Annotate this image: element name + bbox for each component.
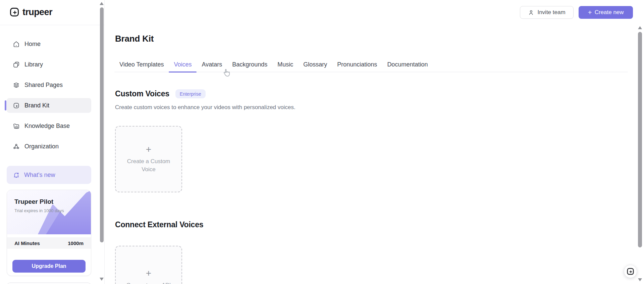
sidebar-item-home[interactable]: Home — [7, 37, 91, 51]
sidebar-item-label: Shared Pages — [24, 82, 63, 89]
main-scroll-down-icon[interactable] — [638, 278, 642, 281]
sidebar-item-brand-kit[interactable]: Brand Kit — [7, 98, 91, 113]
custom-voices-description: Create custom voices to enhance your vid… — [115, 104, 296, 111]
connect-api-label: Connect your API — [126, 281, 171, 284]
trupeer-logo-icon — [9, 7, 19, 17]
sidebar: trupeer Home Library Shared Pages — [0, 0, 105, 284]
library-icon — [13, 61, 20, 68]
tab-glossary[interactable]: Glossary — [298, 57, 332, 72]
plan-card: Trupeer Pilot Trial expires in 1000 days… — [7, 190, 91, 276]
create-new-button[interactable]: + Create new — [579, 6, 633, 19]
plus-icon: + — [146, 269, 151, 278]
sidebar-item-shared-pages[interactable]: Shared Pages — [7, 78, 91, 92]
sidebar-item-label: Organization — [24, 143, 59, 150]
app-name: trupeer — [22, 7, 52, 17]
trupeer-logo-icon — [627, 268, 634, 275]
tab-voices[interactable]: Voices — [169, 57, 197, 72]
profile-card-edge — [7, 282, 91, 284]
brand-kit-icon — [13, 102, 20, 109]
custom-voices-header: Custom Voices Enterprise — [115, 89, 206, 98]
sidebar-item-knowledge-base[interactable]: Knowledge Base — [7, 119, 91, 133]
create-custom-voice-card[interactable]: + Create a Custom Voice — [115, 126, 182, 192]
trupeer-assistant-button[interactable] — [624, 265, 637, 278]
usage-value: 1000m — [68, 240, 84, 246]
page-title: Brand Kit — [115, 34, 154, 44]
external-voices-title: Connect External Voices — [115, 220, 203, 229]
whats-new-label: What's new — [24, 172, 55, 179]
create-new-label: Create new — [595, 9, 624, 16]
app-logo[interactable]: trupeer — [9, 5, 52, 19]
upgrade-plan-button[interactable]: Upgrade Plan — [12, 260, 86, 273]
folder-cloud-icon — [13, 123, 20, 130]
person-add-icon — [528, 9, 534, 16]
bell-icon — [13, 172, 20, 179]
layers-icon — [13, 82, 20, 89]
sidebar-divider — [0, 25, 104, 25]
plus-icon: + — [588, 9, 592, 16]
create-custom-voice-label: Create a Custom Voice — [124, 157, 173, 174]
sidebar-item-label: Brand Kit — [24, 102, 49, 109]
sidebar-item-label: Library — [24, 61, 43, 68]
active-indicator-bar — [5, 100, 6, 110]
invite-team-label: Invite team — [537, 9, 565, 16]
sidebar-nav: Home Library Shared Pages Brand Kit K — [7, 37, 91, 159]
invite-team-button[interactable]: Invite team — [520, 6, 574, 19]
connect-api-card[interactable]: + Connect your API — [115, 246, 182, 284]
main-scrollbar-thumb[interactable] — [638, 32, 642, 247]
external-voices-header: Connect External Voices — [115, 220, 203, 229]
sidebar-item-label: Knowledge Base — [24, 123, 70, 130]
main-scroll-up-icon[interactable] — [638, 26, 642, 29]
enterprise-badge: Enterprise — [175, 89, 206, 98]
plan-trial-note: Trial expires in 1000 days — [14, 208, 64, 213]
organization-icon — [13, 143, 20, 150]
sidebar-item-organization[interactable]: Organization — [7, 139, 91, 154]
tab-documentation[interactable]: Documentation — [382, 57, 433, 72]
tab-video-templates[interactable]: Video Templates — [114, 57, 169, 72]
plus-icon: + — [146, 145, 151, 154]
sidebar-scrollbar-thumb[interactable] — [100, 7, 104, 242]
sidebar-item-label: Home — [24, 41, 41, 48]
usage-label: AI Minutes — [14, 240, 40, 246]
tab-pronunciations[interactable]: Pronunciations — [332, 57, 382, 72]
sidebar-scroll-down-icon[interactable] — [100, 278, 104, 281]
sidebar-item-library[interactable]: Library — [7, 57, 91, 72]
tab-avatars[interactable]: Avatars — [197, 57, 227, 72]
sidebar-scroll-up-icon[interactable] — [100, 2, 104, 5]
tabs-bar: Video Templates Voices Avatars Backgroun… — [114, 57, 628, 72]
custom-voices-title: Custom Voices — [115, 89, 169, 98]
whats-new-button[interactable]: What's new — [7, 166, 91, 184]
ai-minutes-row: AI Minutes 1000m — [7, 237, 91, 249]
tab-backgrounds[interactable]: Backgrounds — [227, 57, 272, 72]
tab-music[interactable]: Music — [272, 57, 298, 72]
plan-title: Trupeer Pilot — [14, 198, 53, 205]
home-icon — [13, 41, 20, 48]
